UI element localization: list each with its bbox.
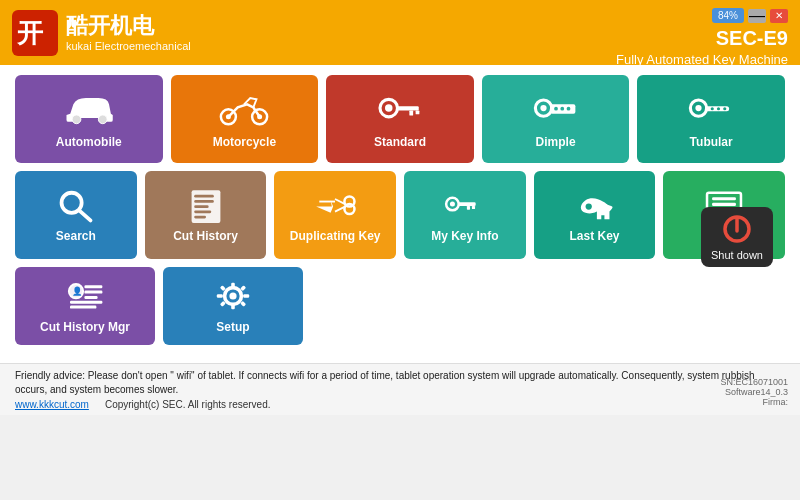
svg-point-9 (385, 104, 393, 112)
close-icon: ✕ (775, 10, 783, 21)
cut-history-label: Cut History (173, 229, 238, 243)
close-button[interactable]: ✕ (770, 9, 788, 23)
tile-row-3-inner: 👤 Cut History Mgr (15, 267, 713, 345)
tile-row-1: Automobile Motorcycle (15, 75, 785, 163)
svg-text:开: 开 (16, 18, 44, 48)
logo-area: 开 酷开机电 kukai Electroemechanical (12, 10, 191, 56)
svg-point-14 (540, 105, 546, 111)
setup-icon (211, 278, 255, 314)
window-controls: 84% — ✕ (712, 8, 788, 23)
svg-rect-31 (194, 211, 211, 214)
tile-row-2: Search Cut History (15, 171, 785, 259)
tile-cut-history[interactable]: Cut History (145, 171, 267, 259)
svg-rect-30 (194, 205, 208, 208)
minimize-button[interactable]: — (748, 9, 766, 23)
svg-rect-40 (472, 206, 475, 209)
shutdown-label: Shut down (711, 249, 763, 261)
svg-point-3 (98, 115, 107, 124)
duplicating-key-label: Duplicating Key (290, 229, 381, 243)
logo-text-area: 酷开机电 kukai Electroemechanical (66, 13, 191, 51)
software-text: Software14_0.3 (720, 387, 788, 397)
shutdown-button[interactable]: Shut down (701, 207, 773, 267)
svg-point-37 (450, 202, 455, 207)
svg-text:👤: 👤 (72, 286, 83, 297)
search-label: Search (56, 229, 96, 243)
tubular-label: Tubular (690, 135, 733, 149)
tile-motorcycle[interactable]: Motorcycle (171, 75, 319, 163)
cut-history-icon (184, 187, 228, 223)
svg-rect-28 (194, 195, 214, 198)
svg-rect-38 (458, 202, 476, 206)
duplicating-key-icon (313, 187, 357, 223)
footer: Friendly advice: Please don't open " wif… (0, 363, 800, 415)
main-content: Automobile Motorcycle (0, 65, 800, 363)
tile-setup[interactable]: Setup (163, 267, 303, 345)
content-wrapper: Automobile Motorcycle (0, 65, 800, 415)
svg-point-23 (717, 107, 720, 110)
svg-point-24 (723, 107, 726, 110)
tile-row-3-area: 👤 Cut History Mgr (15, 267, 785, 353)
tile-automobile[interactable]: Automobile (15, 75, 163, 163)
svg-point-22 (711, 107, 714, 110)
setup-label: Setup (216, 320, 249, 334)
footer-link[interactable]: www.kkkcut.com (15, 399, 89, 410)
svg-rect-59 (243, 294, 249, 298)
svg-point-18 (566, 107, 570, 111)
my-key-info-icon (443, 187, 487, 223)
svg-point-7 (258, 114, 263, 119)
my-key-info-label: My Key Info (431, 229, 498, 243)
standard-label: Standard (374, 135, 426, 149)
svg-rect-58 (217, 294, 223, 298)
cut-history-mgr-label: Cut History Mgr (40, 320, 130, 334)
svg-rect-43 (712, 197, 736, 200)
standard-key-icon (375, 89, 425, 129)
svg-rect-51 (84, 296, 97, 299)
automobile-label: Automobile (56, 135, 122, 149)
svg-rect-32 (194, 216, 206, 219)
svg-point-41 (585, 203, 591, 209)
svg-rect-11 (409, 111, 413, 116)
footer-copyright: Copyright(c) SEC. All rights reserved. (105, 399, 271, 410)
svg-rect-49 (84, 285, 102, 288)
svg-point-20 (696, 105, 702, 111)
search-icon (54, 187, 98, 223)
logo-main-text: 酷开机电 (66, 13, 191, 39)
last-key-label: Last Key (570, 229, 620, 243)
svg-rect-57 (231, 303, 235, 309)
motorcycle-icon (219, 89, 269, 129)
header-right: 84% — ✕ SEC-E9 Fully Automated Key Machi… (616, 8, 788, 67)
footer-warning: Friendly advice: Please don't open " wif… (15, 369, 785, 397)
tile-search[interactable]: Search (15, 171, 137, 259)
svg-rect-12 (416, 111, 420, 115)
tile-row-3: 👤 Cut History Mgr (15, 267, 713, 353)
tile-duplicating-key[interactable]: Duplicating Key (274, 171, 396, 259)
app-header: 开 酷开机电 kukai Electroemechanical 84% — ✕ … (0, 0, 800, 65)
svg-point-2 (72, 115, 81, 124)
tile-cut-history-mgr[interactable]: 👤 Cut History Mgr (15, 267, 155, 345)
tile-last-key[interactable]: Last Key (534, 171, 656, 259)
power-icon (721, 213, 753, 245)
cut-history-mgr-icon: 👤 (63, 278, 107, 314)
logo-sub-text: kukai Electroemechanical (66, 40, 191, 52)
tile-standard[interactable]: Standard (326, 75, 474, 163)
svg-rect-53 (70, 306, 96, 309)
tile-my-key-info[interactable]: My Key Info (404, 171, 526, 259)
version-info: SN:EC16071001 Software14_0.3 Firma: (720, 377, 788, 407)
svg-rect-56 (231, 283, 235, 289)
svg-point-6 (226, 114, 231, 119)
svg-rect-50 (84, 291, 102, 294)
tubular-key-icon (686, 89, 736, 129)
svg-line-26 (79, 210, 90, 220)
tile-tubular[interactable]: Tubular (637, 75, 785, 163)
sn-text: SN:EC16071001 (720, 377, 788, 387)
svg-rect-39 (467, 206, 470, 210)
shutdown-area: Shut down (701, 207, 773, 267)
battery-indicator: 84% (712, 8, 744, 23)
svg-point-55 (229, 292, 236, 299)
svg-rect-44 (712, 203, 736, 206)
tile-dimple[interactable]: Dimple (482, 75, 630, 163)
svg-rect-29 (194, 200, 214, 203)
firmware-text: Firma: (720, 397, 788, 407)
svg-rect-52 (70, 301, 102, 304)
svg-rect-10 (396, 106, 419, 110)
